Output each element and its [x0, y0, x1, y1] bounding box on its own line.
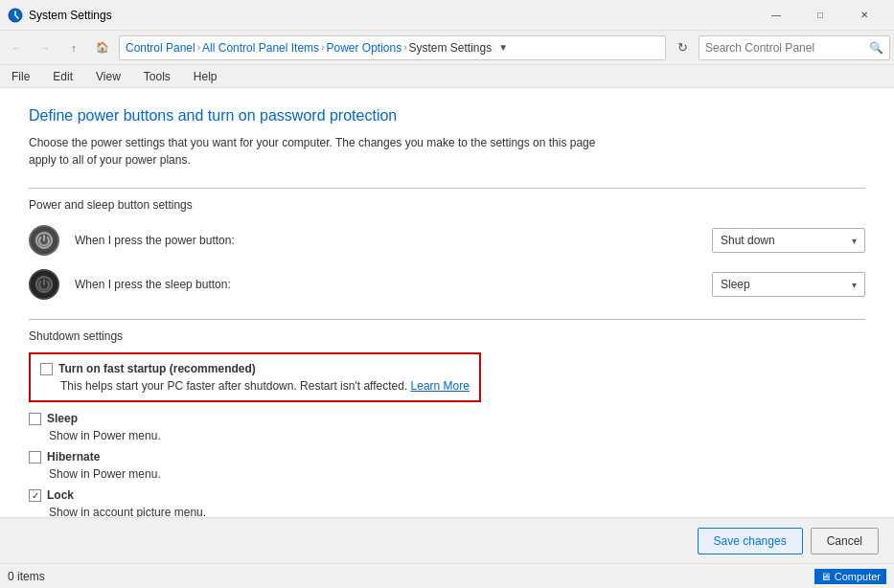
power-button-dropdown[interactable]: Shut down ▾	[712, 228, 865, 253]
sleep-option-row: Sleep Show in Power menu.	[29, 412, 865, 442]
save-changes-button[interactable]: Save changes	[698, 528, 803, 554]
breadcrumb-control-panel[interactable]: Control Panel	[126, 41, 195, 55]
learn-more-link[interactable]: Learn More	[411, 379, 470, 393]
hibernate-option-desc: Show in Power menu.	[49, 467, 865, 481]
power-dropdown-arrow: ▾	[852, 236, 857, 246]
home-button[interactable]: 🏠	[90, 35, 115, 60]
sleep-button-dropdown[interactable]: Sleep ▾	[712, 272, 865, 297]
search-icon: 🔍	[869, 41, 883, 55]
power-button-icon	[29, 225, 59, 256]
menu-help[interactable]: Help	[190, 68, 221, 85]
status-items-count: 0 items	[8, 570, 45, 583]
sleep-dropdown-arrow: ▾	[852, 280, 857, 290]
lock-option-label: Lock	[47, 488, 74, 502]
content-area: Define power buttons and turn on passwor…	[0, 88, 894, 517]
window-controls: — □ ✕	[754, 0, 886, 31]
close-button[interactable]: ✕	[842, 0, 886, 31]
page-description: Choose the power settings that you want …	[29, 134, 604, 169]
up-button[interactable]: ↑	[61, 35, 86, 60]
lock-checkmark: ✓	[32, 490, 39, 501]
sleep-button-row: When I press the sleep button: Sleep ▾	[29, 269, 865, 300]
window-title: System Settings	[29, 9, 754, 22]
sleep-checkbox[interactable]	[29, 413, 41, 425]
fast-startup-checkbox[interactable]	[40, 363, 53, 375]
app-icon	[8, 8, 23, 23]
search-input[interactable]	[705, 41, 869, 55]
sleep-option-desc: Show in Power menu.	[49, 429, 865, 442]
footer-bar: Save changes Cancel	[0, 517, 894, 563]
fast-startup-desc: This helps start your PC faster after sh…	[60, 379, 470, 393]
page-heading: Define power buttons and turn on passwor…	[29, 107, 865, 124]
power-button-label: When I press the power button:	[75, 234, 697, 247]
maximize-button[interactable]: □	[798, 0, 842, 31]
back-button[interactable]: ←	[4, 35, 29, 60]
hibernate-option-row: Hibernate Show in Power menu.	[29, 450, 865, 481]
computer-icon: 🖥	[820, 571, 831, 582]
minimize-button[interactable]: —	[754, 0, 798, 31]
main-content: Define power buttons and turn on passwor…	[0, 88, 894, 517]
breadcrumb: Control Panel › All Control Panel Items …	[119, 35, 666, 60]
power-sleep-section-title: Power and sleep button settings	[29, 198, 865, 212]
refresh-button[interactable]: ↻	[670, 35, 695, 60]
divider-2	[29, 319, 865, 320]
lock-option-desc: Show in account picture menu.	[49, 506, 865, 517]
power-button-row: When I press the power button: Shut down…	[29, 225, 865, 256]
fast-startup-checkbox-row: Turn on fast startup (recommended)	[40, 362, 470, 375]
sleep-button-value: Sleep	[721, 278, 750, 291]
cancel-button[interactable]: Cancel	[811, 528, 879, 554]
sleep-button-label: When I press the sleep button:	[75, 278, 697, 291]
lock-checkbox[interactable]: ✓	[29, 489, 41, 502]
divider-1	[29, 188, 865, 189]
forward-button[interactable]: →	[33, 35, 57, 60]
status-right: 🖥 Computer	[814, 569, 886, 584]
lock-option-row: ✓ Lock Show in account picture menu.	[29, 488, 865, 517]
menu-edit[interactable]: Edit	[49, 68, 77, 85]
power-settings-section: Power and sleep button settings When I p…	[29, 198, 865, 300]
breadcrumb-current: System Settings	[409, 41, 493, 55]
title-bar: System Settings — □ ✕	[0, 0, 894, 31]
computer-label: 🖥 Computer	[814, 569, 886, 584]
menu-bar: File Edit View Tools Help	[0, 65, 894, 88]
breadcrumb-dropdown[interactable]: ▼	[493, 35, 513, 60]
menu-file[interactable]: File	[8, 68, 34, 85]
fast-startup-label: Turn on fast startup (recommended)	[58, 362, 256, 375]
fast-startup-box: Turn on fast startup (recommended) This …	[29, 352, 481, 402]
shutdown-section-title: Shutdown settings	[29, 329, 865, 343]
breadcrumb-power-options[interactable]: Power Options	[326, 41, 401, 55]
status-bar: 0 items 🖥 Computer	[0, 563, 894, 588]
search-box: 🔍	[699, 35, 890, 60]
power-button-value: Shut down	[721, 234, 775, 247]
breadcrumb-all-items[interactable]: All Control Panel Items	[202, 41, 319, 55]
sleep-button-icon	[29, 269, 59, 300]
hibernate-checkbox[interactable]	[29, 451, 41, 464]
shutdown-section: Shutdown settings Turn on fast startup (…	[29, 329, 865, 517]
hibernate-option-label: Hibernate	[47, 450, 100, 464]
navigation-bar: ← → ↑ 🏠 Control Panel › All Control Pane…	[0, 31, 894, 65]
sleep-option-label: Sleep	[47, 412, 78, 425]
menu-view[interactable]: View	[92, 68, 125, 85]
menu-tools[interactable]: Tools	[140, 68, 174, 85]
